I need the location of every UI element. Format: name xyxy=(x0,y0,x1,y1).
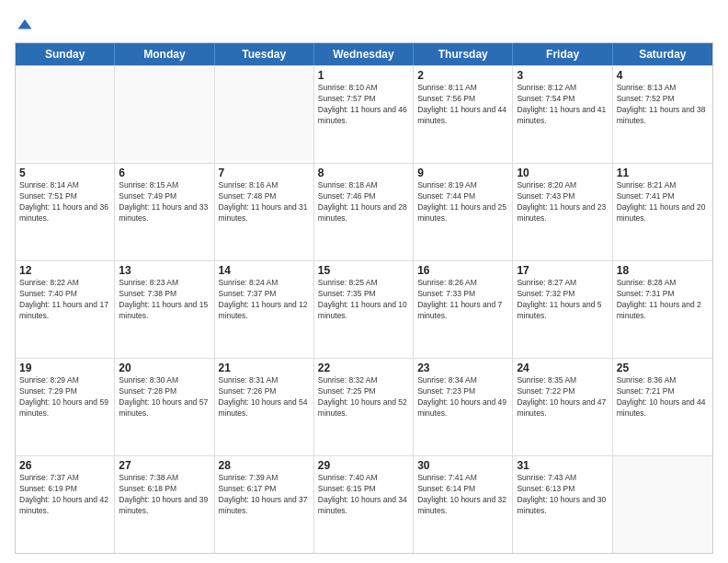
header-day-thursday: Thursday xyxy=(414,43,513,65)
calendar-day-24: 24Sunrise: 8:35 AMSunset: 7:22 PMDayligh… xyxy=(513,359,612,455)
calendar-day-2: 2Sunrise: 8:11 AMSunset: 7:56 PMDaylight… xyxy=(414,66,513,163)
calendar: SundayMondayTuesdayWednesdayThursdayFrid… xyxy=(15,42,713,554)
calendar-day-3: 3Sunrise: 8:12 AMSunset: 7:54 PMDaylight… xyxy=(513,66,612,163)
day-number: 19 xyxy=(19,362,110,374)
day-info: Sunrise: 8:12 AMSunset: 7:54 PMDaylight:… xyxy=(517,83,608,127)
header-day-friday: Friday xyxy=(513,43,612,65)
calendar-empty-cell xyxy=(115,66,214,163)
calendar-day-16: 16Sunrise: 8:26 AMSunset: 7:33 PMDayligh… xyxy=(414,261,513,358)
calendar-week-2: 5Sunrise: 8:14 AMSunset: 7:51 PMDaylight… xyxy=(16,163,712,260)
calendar-day-9: 9Sunrise: 8:19 AMSunset: 7:44 PMDaylight… xyxy=(414,164,513,260)
calendar-day-18: 18Sunrise: 8:28 AMSunset: 7:31 PMDayligh… xyxy=(613,261,712,358)
day-number: 12 xyxy=(19,264,110,277)
day-info: Sunrise: 7:41 AMSunset: 6:14 PMDaylight:… xyxy=(417,473,508,517)
day-number: 9 xyxy=(417,167,508,179)
day-number: 14 xyxy=(219,264,310,277)
day-info: Sunrise: 8:27 AMSunset: 7:32 PMDaylight:… xyxy=(517,278,608,322)
day-number: 8 xyxy=(318,167,409,179)
day-number: 16 xyxy=(417,264,508,277)
calendar-day-28: 28Sunrise: 7:39 AMSunset: 6:17 PMDayligh… xyxy=(215,456,314,553)
day-number: 26 xyxy=(19,459,110,472)
calendar-day-26: 26Sunrise: 7:37 AMSunset: 6:19 PMDayligh… xyxy=(16,456,115,553)
day-info: Sunrise: 8:32 AMSunset: 7:25 PMDaylight:… xyxy=(318,375,409,419)
day-info: Sunrise: 8:31 AMSunset: 7:26 PMDaylight:… xyxy=(219,375,310,419)
day-number: 1 xyxy=(318,69,409,82)
svg-marker-0 xyxy=(18,19,32,29)
day-info: Sunrise: 8:22 AMSunset: 7:40 PMDaylight:… xyxy=(19,278,110,322)
day-info: Sunrise: 8:29 AMSunset: 7:29 PMDaylight:… xyxy=(19,375,110,419)
day-number: 18 xyxy=(617,264,709,277)
day-info: Sunrise: 7:39 AMSunset: 6:17 PMDaylight:… xyxy=(219,473,310,517)
header-day-wednesday: Wednesday xyxy=(314,43,414,65)
day-info: Sunrise: 8:11 AMSunset: 7:56 PMDaylight:… xyxy=(417,83,508,127)
logo xyxy=(15,15,33,33)
day-info: Sunrise: 8:21 AMSunset: 7:41 PMDaylight:… xyxy=(617,180,709,224)
calendar-day-7: 7Sunrise: 8:16 AMSunset: 7:48 PMDaylight… xyxy=(215,164,314,260)
day-info: Sunrise: 7:38 AMSunset: 6:18 PMDaylight:… xyxy=(119,473,210,517)
day-number: 20 xyxy=(119,362,210,374)
page: SundayMondayTuesdayWednesdayThursdayFrid… xyxy=(0,0,728,563)
calendar-day-19: 19Sunrise: 8:29 AMSunset: 7:29 PMDayligh… xyxy=(16,359,115,455)
day-info: Sunrise: 8:19 AMSunset: 7:44 PMDaylight:… xyxy=(417,180,508,224)
day-info: Sunrise: 8:23 AMSunset: 7:38 PMDaylight:… xyxy=(119,278,210,322)
day-info: Sunrise: 7:43 AMSunset: 6:13 PMDaylight:… xyxy=(517,473,608,517)
calendar-week-5: 26Sunrise: 7:37 AMSunset: 6:19 PMDayligh… xyxy=(16,455,712,553)
day-info: Sunrise: 8:25 AMSunset: 7:35 PMDaylight:… xyxy=(318,278,409,322)
day-info: Sunrise: 8:34 AMSunset: 7:23 PMDaylight:… xyxy=(417,375,508,419)
day-info: Sunrise: 8:36 AMSunset: 7:21 PMDaylight:… xyxy=(617,375,709,419)
calendar-day-27: 27Sunrise: 7:38 AMSunset: 6:18 PMDayligh… xyxy=(115,456,214,553)
calendar-day-1: 1Sunrise: 8:10 AMSunset: 7:57 PMDaylight… xyxy=(314,66,414,163)
day-number: 6 xyxy=(119,167,210,179)
calendar-day-22: 22Sunrise: 8:32 AMSunset: 7:25 PMDayligh… xyxy=(314,359,414,455)
calendar-day-14: 14Sunrise: 8:24 AMSunset: 7:37 PMDayligh… xyxy=(215,261,314,358)
day-number: 29 xyxy=(318,459,409,472)
day-info: Sunrise: 8:14 AMSunset: 7:51 PMDaylight:… xyxy=(19,180,110,224)
calendar-body: 1Sunrise: 8:10 AMSunset: 7:57 PMDaylight… xyxy=(16,65,712,553)
calendar-day-15: 15Sunrise: 8:25 AMSunset: 7:35 PMDayligh… xyxy=(314,261,414,358)
day-number: 2 xyxy=(417,69,508,82)
calendar-empty-cell xyxy=(215,66,314,163)
calendar-day-31: 31Sunrise: 7:43 AMSunset: 6:13 PMDayligh… xyxy=(513,456,612,553)
calendar-day-30: 30Sunrise: 7:41 AMSunset: 6:14 PMDayligh… xyxy=(414,456,513,553)
day-info: Sunrise: 8:15 AMSunset: 7:49 PMDaylight:… xyxy=(119,180,210,224)
day-info: Sunrise: 7:40 AMSunset: 6:15 PMDaylight:… xyxy=(318,473,409,517)
day-number: 22 xyxy=(318,362,409,374)
calendar-day-5: 5Sunrise: 8:14 AMSunset: 7:51 PMDaylight… xyxy=(16,164,115,260)
day-info: Sunrise: 8:16 AMSunset: 7:48 PMDaylight:… xyxy=(219,180,310,224)
day-info: Sunrise: 8:20 AMSunset: 7:43 PMDaylight:… xyxy=(517,180,608,224)
calendar-day-12: 12Sunrise: 8:22 AMSunset: 7:40 PMDayligh… xyxy=(16,261,115,358)
day-number: 30 xyxy=(417,459,508,472)
header-day-tuesday: Tuesday xyxy=(215,43,314,65)
calendar-week-3: 12Sunrise: 8:22 AMSunset: 7:40 PMDayligh… xyxy=(16,260,712,358)
calendar-empty-cell xyxy=(16,66,115,163)
calendar-header-row: SundayMondayTuesdayWednesdayThursdayFrid… xyxy=(16,43,712,65)
day-number: 11 xyxy=(617,167,709,179)
header-day-monday: Monday xyxy=(115,43,214,65)
day-number: 27 xyxy=(119,459,210,472)
day-info: Sunrise: 8:26 AMSunset: 7:33 PMDaylight:… xyxy=(417,278,508,322)
day-info: Sunrise: 8:30 AMSunset: 7:28 PMDaylight:… xyxy=(119,375,210,419)
day-info: Sunrise: 7:37 AMSunset: 6:19 PMDaylight:… xyxy=(19,473,110,517)
header xyxy=(15,15,713,33)
day-number: 10 xyxy=(517,167,608,179)
calendar-day-17: 17Sunrise: 8:27 AMSunset: 7:32 PMDayligh… xyxy=(513,261,612,358)
calendar-day-20: 20Sunrise: 8:30 AMSunset: 7:28 PMDayligh… xyxy=(115,359,214,455)
calendar-empty-cell xyxy=(613,456,712,553)
calendar-day-6: 6Sunrise: 8:15 AMSunset: 7:49 PMDaylight… xyxy=(115,164,214,260)
header-day-saturday: Saturday xyxy=(613,43,712,65)
day-number: 7 xyxy=(219,167,310,179)
day-number: 3 xyxy=(517,69,608,82)
calendar-day-4: 4Sunrise: 8:13 AMSunset: 7:52 PMDaylight… xyxy=(613,66,712,163)
day-number: 24 xyxy=(517,362,608,374)
calendar-week-1: 1Sunrise: 8:10 AMSunset: 7:57 PMDaylight… xyxy=(16,65,712,163)
day-info: Sunrise: 8:28 AMSunset: 7:31 PMDaylight:… xyxy=(617,278,709,322)
day-info: Sunrise: 8:24 AMSunset: 7:37 PMDaylight:… xyxy=(219,278,310,322)
day-number: 23 xyxy=(417,362,508,374)
calendar-week-4: 19Sunrise: 8:29 AMSunset: 7:29 PMDayligh… xyxy=(16,358,712,455)
day-number: 5 xyxy=(19,167,110,179)
day-number: 25 xyxy=(617,362,709,374)
calendar-day-11: 11Sunrise: 8:21 AMSunset: 7:41 PMDayligh… xyxy=(613,164,712,260)
day-info: Sunrise: 8:13 AMSunset: 7:52 PMDaylight:… xyxy=(617,83,709,127)
day-info: Sunrise: 8:35 AMSunset: 7:22 PMDaylight:… xyxy=(517,375,608,419)
calendar-day-25: 25Sunrise: 8:36 AMSunset: 7:21 PMDayligh… xyxy=(613,359,712,455)
